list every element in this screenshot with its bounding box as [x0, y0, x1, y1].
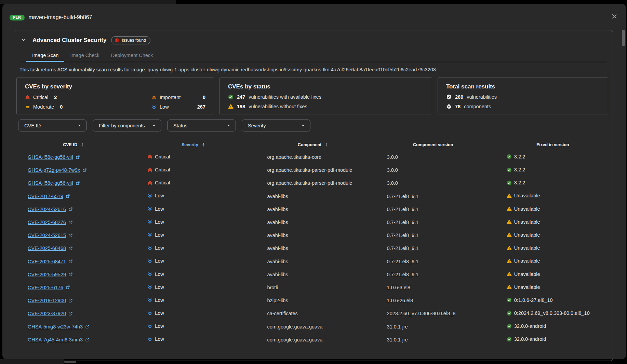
low-severity-icon: [147, 284, 152, 290]
fixed-version-text: 3.2.2: [514, 154, 525, 159]
component-version-cell: 0.7-21.el8_9.1: [373, 272, 493, 277]
component-version-cell: 31.0.1-jre: [373, 324, 493, 330]
column-header-severity[interactable]: Severity: [134, 142, 253, 147]
column-header-component[interactable]: Component: [253, 142, 373, 147]
severity-summary-critical: Critical2: [25, 95, 151, 100]
exclamation-circle-icon: [115, 38, 119, 43]
section-expand-toggle[interactable]: [19, 36, 28, 44]
sort-up-icon: [201, 142, 206, 147]
fixed-version-text: 0:1.0.6-27.el8_10: [514, 297, 553, 303]
task-description: This task returns ACS vulnerability scan…: [19, 67, 607, 72]
table-header-row: CVE IDSeverityComponentComponent version…: [14, 139, 613, 151]
cve-id: GHSA-5mg8-w23w-74h3: [28, 324, 83, 330]
component-cell: avahi-libs: [253, 259, 373, 264]
cve-link[interactable]: GHSA-p72g-pv48-7w9x: [28, 167, 87, 173]
external-link-icon: [68, 220, 73, 225]
cve-link[interactable]: CVE-2024-52616: [28, 207, 73, 212]
low-severity-icon: [147, 297, 152, 303]
filter-dropdown-cve-id[interactable]: CVE ID: [18, 120, 87, 131]
component-cell: avahi-libs: [253, 233, 373, 238]
underlying-page-edge-bottom: [0, 359, 64, 364]
component-cell: com.google.guava:guava: [253, 337, 373, 342]
table-row: CVE-2025-6176Lowbrotli1.0.6-3.el8Unavail…: [14, 281, 613, 294]
cve-id: CVE-2023-37920: [28, 311, 66, 316]
cve-link[interactable]: GHSA-f58c-gg56-vjjf: [28, 180, 80, 186]
horizontal-scrollbar-thumb[interactable]: [64, 361, 76, 363]
cve-id-cell: CVE-2024-52615: [14, 233, 134, 238]
cve-id-cell: GHSA-7g45-4rm6-3mm3: [14, 337, 134, 342]
table-row: CVE-2019-12900Lowbzip2-libs1.0.6-26.el80…: [14, 294, 613, 307]
cve-link[interactable]: GHSA-7g45-4rm6-3mm3: [28, 337, 90, 342]
component-version-cell: 3.0.0: [373, 180, 493, 186]
cve-id: CVE-2019-12900: [28, 298, 66, 303]
component-version-cell: 2023.2.60_v7.0.306-80.0.el8_8: [373, 311, 493, 316]
issues-found-badge: Issues found: [111, 36, 150, 44]
warning-icon: [507, 258, 512, 264]
pipelinerun-details-modal: PLR maven-image-build-9b867 Advanced Clu…: [2, 4, 626, 359]
check-icon: [507, 324, 512, 329]
cube-icon: [446, 104, 452, 109]
status-item-vulnerabilities-with-available-fixes: 247vulnerabilities with available fixes: [228, 94, 424, 100]
cves-by-status-card: CVEs by status 247vulnerabilities with a…: [219, 78, 432, 114]
cve-link[interactable]: CVE-2025-6176: [28, 285, 70, 290]
column-label: Fixed in version: [536, 142, 569, 147]
stat-count: 78: [455, 104, 461, 109]
filter-dropdown-severity[interactable]: Severity: [242, 120, 310, 131]
low-severity-icon: [151, 104, 157, 110]
tab-deployment-check[interactable]: Deployment Check: [105, 50, 159, 62]
cve-id-cell: CVE-2019-12900: [14, 298, 134, 303]
cve-link[interactable]: GHSA-5mg8-w23w-74h3: [28, 324, 90, 330]
cve-link[interactable]: CVE-2025-59529: [28, 272, 73, 277]
severity-count: 0: [203, 95, 205, 100]
filter-dropdown-status[interactable]: Status: [167, 120, 236, 131]
image-link[interactable]: quay-nlxwg-1.apps.cluster-nlxwg.dynamic.…: [148, 67, 436, 72]
cve-link[interactable]: CVE-2025-68471: [28, 259, 73, 264]
low-severity-icon: [147, 193, 152, 198]
component-version-cell: 1.0.6-3.el8: [373, 285, 493, 290]
tab-image-scan[interactable]: Image Scan: [26, 50, 64, 62]
severity-cell: Low: [134, 258, 253, 265]
component-version-cell: 3.0.0: [373, 154, 493, 160]
tabs-divider: [19, 62, 607, 62]
cve-link[interactable]: CVE-2019-12900: [28, 298, 73, 303]
shield-icon: [446, 94, 452, 100]
external-link-icon: [66, 194, 70, 198]
low-severity-icon: [147, 232, 152, 237]
fixed-in-version-cell: Unavailable: [493, 245, 613, 252]
total-scan-results-card: Total scan results 269vulnerabilities78c…: [438, 78, 608, 114]
component-version-cell: 3.0.0: [373, 167, 493, 173]
cve-link[interactable]: CVE-2023-37920: [28, 311, 73, 316]
cve-link[interactable]: CVE-2025-68276: [28, 220, 73, 225]
table-row: CVE-2025-68471Lowavahi-libs0.7-21.el8_9.…: [14, 255, 613, 268]
cve-link[interactable]: CVE-2017-6519: [28, 194, 70, 199]
tab-image-check[interactable]: Image Check: [64, 50, 105, 62]
cve-id-cell: CVE-2017-6519: [14, 194, 134, 199]
sort-both-icon: [324, 142, 329, 147]
warning-icon: [507, 206, 512, 211]
cve-link[interactable]: CVE-2025-68468: [28, 246, 73, 251]
underlying-page-edge-top: [0, 0, 176, 4]
critical-severity-icon: [147, 154, 152, 159]
cve-link[interactable]: CVE-2024-52615: [28, 233, 73, 238]
caret-down-icon: [226, 123, 231, 128]
check-icon: [507, 154, 512, 159]
severity-count: 2: [54, 95, 57, 100]
cve-link[interactable]: GHSA-f58c-gg56-vjjf: [28, 154, 80, 160]
severity-cell: Critical: [134, 154, 253, 160]
cve-id-cell: CVE-2025-59529: [14, 272, 134, 277]
filter-label: Severity: [248, 123, 266, 128]
fixed-version-text: 32.0.0-android: [514, 323, 546, 329]
filter-dropdown-filter-by-components[interactable]: Filter by components: [93, 120, 161, 131]
column-header-cve-id[interactable]: CVE ID: [14, 142, 134, 147]
severity-text: Low: [155, 310, 164, 316]
important-severity-icon: [151, 95, 157, 100]
low-severity-icon: [147, 206, 152, 211]
close-button[interactable]: [610, 12, 619, 22]
severity-label: Critical: [33, 95, 48, 100]
vertical-scrollbar-thumb[interactable]: [622, 30, 625, 46]
sort-both-icon: [80, 142, 85, 147]
task-description-text: This task returns ACS vulnerability scan…: [19, 67, 146, 72]
vertical-scrollbar[interactable]: [622, 26, 625, 347]
component-cell: brotli: [253, 285, 373, 290]
fixed-in-version-cell: 3.2.2: [493, 167, 613, 173]
